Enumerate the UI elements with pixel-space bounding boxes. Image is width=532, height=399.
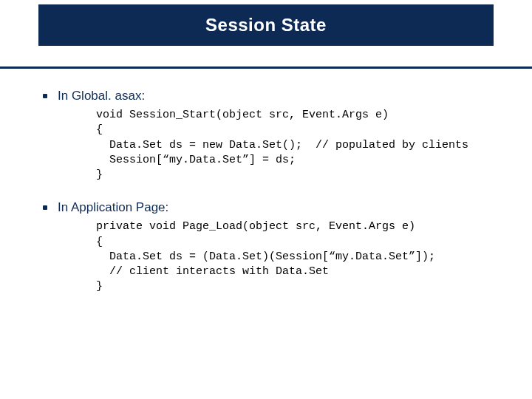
bullet-label: In Application Page: <box>58 200 168 215</box>
bullet-item: In Application Page: <box>43 200 501 215</box>
slide-title: Session State <box>205 15 327 35</box>
accent-line <box>0 66 532 69</box>
title-bar: Session State <box>38 4 494 46</box>
code-block: void Session_Start(object src, Event.Arg… <box>96 108 501 183</box>
slide-body: In Global. asax: void Session_Start(obje… <box>43 89 501 313</box>
bullet-item: In Global. asax: <box>43 89 501 103</box>
slide: Session State In Global. asax: void Sess… <box>0 0 532 399</box>
bullet-label: In Global. asax: <box>58 89 145 103</box>
bullet-icon <box>43 205 47 210</box>
bullet-icon <box>43 94 47 98</box>
code-block: private void Page_Load(object src, Event… <box>96 219 501 294</box>
